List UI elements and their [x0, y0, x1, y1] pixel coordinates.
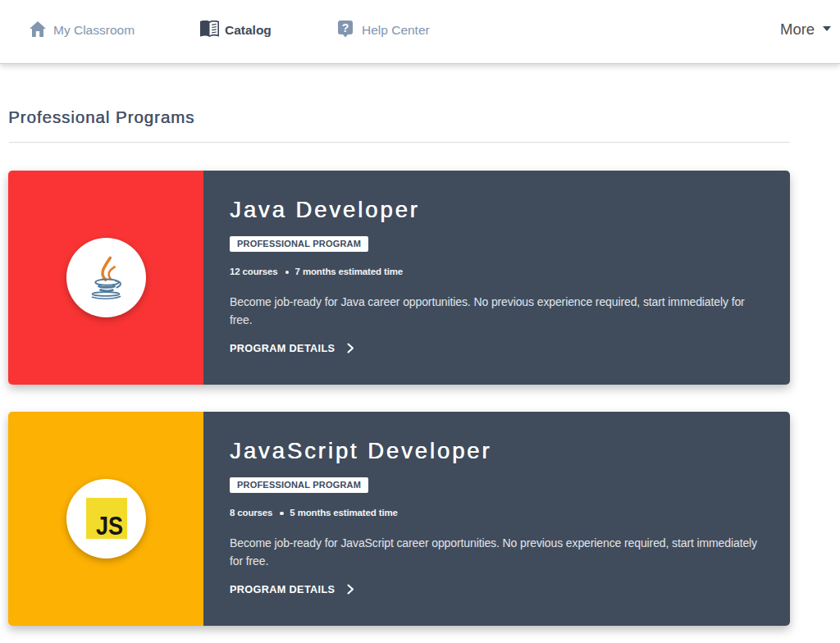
svg-text:?: ? [342, 21, 349, 34]
